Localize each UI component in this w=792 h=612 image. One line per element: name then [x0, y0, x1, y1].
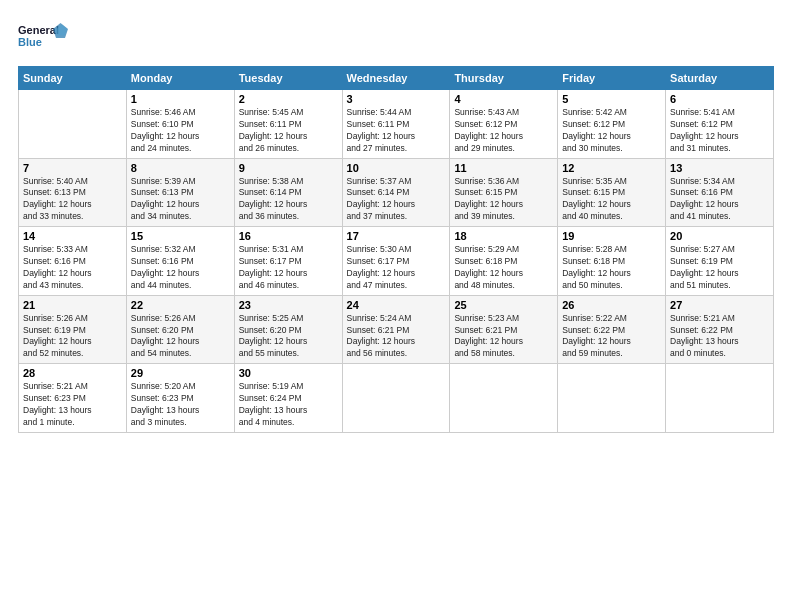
day-number: 3: [347, 93, 446, 105]
svg-text:Blue: Blue: [18, 36, 42, 48]
day-cell: 12Sunrise: 5:35 AM Sunset: 6:15 PM Dayli…: [558, 158, 666, 227]
day-number: 23: [239, 299, 338, 311]
weekday-header-monday: Monday: [126, 67, 234, 90]
day-info: Sunrise: 5:41 AM Sunset: 6:12 PM Dayligh…: [670, 107, 769, 155]
day-info: Sunrise: 5:36 AM Sunset: 6:15 PM Dayligh…: [454, 176, 553, 224]
weekday-header-wednesday: Wednesday: [342, 67, 450, 90]
day-number: 24: [347, 299, 446, 311]
day-cell: [342, 364, 450, 433]
calendar-table: SundayMondayTuesdayWednesdayThursdayFrid…: [18, 66, 774, 433]
day-cell: 11Sunrise: 5:36 AM Sunset: 6:15 PM Dayli…: [450, 158, 558, 227]
day-cell: 21Sunrise: 5:26 AM Sunset: 6:19 PM Dayli…: [19, 295, 127, 364]
day-cell: 18Sunrise: 5:29 AM Sunset: 6:18 PM Dayli…: [450, 227, 558, 296]
day-info: Sunrise: 5:43 AM Sunset: 6:12 PM Dayligh…: [454, 107, 553, 155]
week-row-5: 28Sunrise: 5:21 AM Sunset: 6:23 PM Dayli…: [19, 364, 774, 433]
day-cell: 20Sunrise: 5:27 AM Sunset: 6:19 PM Dayli…: [666, 227, 774, 296]
day-number: 18: [454, 230, 553, 242]
day-cell: 2Sunrise: 5:45 AM Sunset: 6:11 PM Daylig…: [234, 90, 342, 159]
week-row-4: 21Sunrise: 5:26 AM Sunset: 6:19 PM Dayli…: [19, 295, 774, 364]
day-number: 10: [347, 162, 446, 174]
day-info: Sunrise: 5:20 AM Sunset: 6:23 PM Dayligh…: [131, 381, 230, 429]
day-cell: 23Sunrise: 5:25 AM Sunset: 6:20 PM Dayli…: [234, 295, 342, 364]
day-number: 11: [454, 162, 553, 174]
logo: General Blue: [18, 18, 68, 56]
day-number: 25: [454, 299, 553, 311]
day-info: Sunrise: 5:19 AM Sunset: 6:24 PM Dayligh…: [239, 381, 338, 429]
weekday-header-friday: Friday: [558, 67, 666, 90]
day-cell: 19Sunrise: 5:28 AM Sunset: 6:18 PM Dayli…: [558, 227, 666, 296]
day-cell: 6Sunrise: 5:41 AM Sunset: 6:12 PM Daylig…: [666, 90, 774, 159]
day-number: 14: [23, 230, 122, 242]
day-number: 8: [131, 162, 230, 174]
day-info: Sunrise: 5:26 AM Sunset: 6:20 PM Dayligh…: [131, 313, 230, 361]
weekday-header-thursday: Thursday: [450, 67, 558, 90]
day-cell: 7Sunrise: 5:40 AM Sunset: 6:13 PM Daylig…: [19, 158, 127, 227]
day-cell: [666, 364, 774, 433]
svg-text:General: General: [18, 24, 59, 36]
day-info: Sunrise: 5:24 AM Sunset: 6:21 PM Dayligh…: [347, 313, 446, 361]
day-number: 29: [131, 367, 230, 379]
day-number: 28: [23, 367, 122, 379]
day-cell: 1Sunrise: 5:46 AM Sunset: 6:10 PM Daylig…: [126, 90, 234, 159]
day-info: Sunrise: 5:26 AM Sunset: 6:19 PM Dayligh…: [23, 313, 122, 361]
day-cell: [19, 90, 127, 159]
day-number: 17: [347, 230, 446, 242]
weekday-header-saturday: Saturday: [666, 67, 774, 90]
logo-svg: General Blue: [18, 18, 68, 56]
day-info: Sunrise: 5:27 AM Sunset: 6:19 PM Dayligh…: [670, 244, 769, 292]
week-row-3: 14Sunrise: 5:33 AM Sunset: 6:16 PM Dayli…: [19, 227, 774, 296]
day-info: Sunrise: 5:44 AM Sunset: 6:11 PM Dayligh…: [347, 107, 446, 155]
day-info: Sunrise: 5:45 AM Sunset: 6:11 PM Dayligh…: [239, 107, 338, 155]
day-cell: 17Sunrise: 5:30 AM Sunset: 6:17 PM Dayli…: [342, 227, 450, 296]
day-info: Sunrise: 5:21 AM Sunset: 6:23 PM Dayligh…: [23, 381, 122, 429]
week-row-2: 7Sunrise: 5:40 AM Sunset: 6:13 PM Daylig…: [19, 158, 774, 227]
day-number: 22: [131, 299, 230, 311]
day-cell: 4Sunrise: 5:43 AM Sunset: 6:12 PM Daylig…: [450, 90, 558, 159]
page: General Blue SundayMondayTuesdayWednesda…: [0, 0, 792, 612]
day-cell: 9Sunrise: 5:38 AM Sunset: 6:14 PM Daylig…: [234, 158, 342, 227]
day-cell: 25Sunrise: 5:23 AM Sunset: 6:21 PM Dayli…: [450, 295, 558, 364]
day-number: 19: [562, 230, 661, 242]
day-info: Sunrise: 5:31 AM Sunset: 6:17 PM Dayligh…: [239, 244, 338, 292]
day-cell: 27Sunrise: 5:21 AM Sunset: 6:22 PM Dayli…: [666, 295, 774, 364]
day-cell: 16Sunrise: 5:31 AM Sunset: 6:17 PM Dayli…: [234, 227, 342, 296]
day-info: Sunrise: 5:28 AM Sunset: 6:18 PM Dayligh…: [562, 244, 661, 292]
day-number: 27: [670, 299, 769, 311]
day-number: 13: [670, 162, 769, 174]
day-info: Sunrise: 5:35 AM Sunset: 6:15 PM Dayligh…: [562, 176, 661, 224]
day-number: 20: [670, 230, 769, 242]
day-info: Sunrise: 5:30 AM Sunset: 6:17 PM Dayligh…: [347, 244, 446, 292]
day-info: Sunrise: 5:23 AM Sunset: 6:21 PM Dayligh…: [454, 313, 553, 361]
day-cell: 13Sunrise: 5:34 AM Sunset: 6:16 PM Dayli…: [666, 158, 774, 227]
day-number: 9: [239, 162, 338, 174]
day-cell: 5Sunrise: 5:42 AM Sunset: 6:12 PM Daylig…: [558, 90, 666, 159]
day-info: Sunrise: 5:39 AM Sunset: 6:13 PM Dayligh…: [131, 176, 230, 224]
day-number: 26: [562, 299, 661, 311]
day-info: Sunrise: 5:38 AM Sunset: 6:14 PM Dayligh…: [239, 176, 338, 224]
day-number: 12: [562, 162, 661, 174]
day-cell: 29Sunrise: 5:20 AM Sunset: 6:23 PM Dayli…: [126, 364, 234, 433]
day-number: 15: [131, 230, 230, 242]
day-info: Sunrise: 5:40 AM Sunset: 6:13 PM Dayligh…: [23, 176, 122, 224]
day-cell: 3Sunrise: 5:44 AM Sunset: 6:11 PM Daylig…: [342, 90, 450, 159]
week-row-1: 1Sunrise: 5:46 AM Sunset: 6:10 PM Daylig…: [19, 90, 774, 159]
day-info: Sunrise: 5:37 AM Sunset: 6:14 PM Dayligh…: [347, 176, 446, 224]
day-number: 2: [239, 93, 338, 105]
day-info: Sunrise: 5:33 AM Sunset: 6:16 PM Dayligh…: [23, 244, 122, 292]
weekday-header-tuesday: Tuesday: [234, 67, 342, 90]
weekday-header-sunday: Sunday: [19, 67, 127, 90]
day-info: Sunrise: 5:34 AM Sunset: 6:16 PM Dayligh…: [670, 176, 769, 224]
day-info: Sunrise: 5:32 AM Sunset: 6:16 PM Dayligh…: [131, 244, 230, 292]
day-number: 16: [239, 230, 338, 242]
day-number: 30: [239, 367, 338, 379]
day-cell: 30Sunrise: 5:19 AM Sunset: 6:24 PM Dayli…: [234, 364, 342, 433]
day-cell: 14Sunrise: 5:33 AM Sunset: 6:16 PM Dayli…: [19, 227, 127, 296]
day-cell: [558, 364, 666, 433]
header: General Blue: [18, 18, 774, 56]
day-number: 21: [23, 299, 122, 311]
day-info: Sunrise: 5:29 AM Sunset: 6:18 PM Dayligh…: [454, 244, 553, 292]
day-cell: 15Sunrise: 5:32 AM Sunset: 6:16 PM Dayli…: [126, 227, 234, 296]
day-info: Sunrise: 5:22 AM Sunset: 6:22 PM Dayligh…: [562, 313, 661, 361]
day-number: 5: [562, 93, 661, 105]
day-cell: [450, 364, 558, 433]
